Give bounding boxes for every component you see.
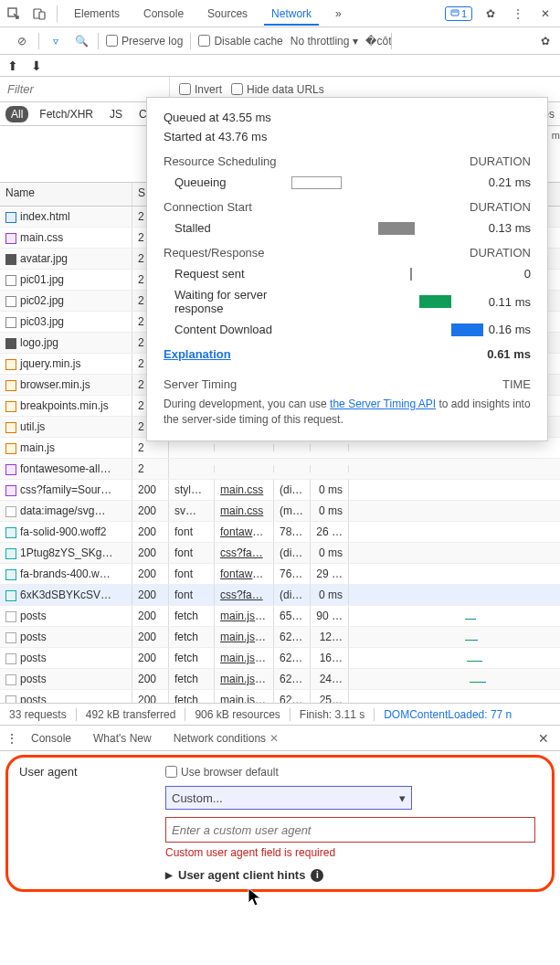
- drawer-kebab-icon[interactable]: ⋮: [5, 732, 18, 745]
- drawer-tab-whatsnew[interactable]: What's New: [84, 728, 161, 748]
- tabs-overflow[interactable]: »: [328, 2, 349, 26]
- chip-fetch-xhr[interactable]: Fetch/XHR: [34, 106, 99, 122]
- search-icon[interactable]: 🔍: [72, 35, 90, 48]
- time-cell: [311, 465, 349, 472]
- status-cell: 200: [132, 648, 169, 668]
- tab-console[interactable]: Console: [136, 2, 191, 26]
- network-toolbar2: ⬆ ⬇: [0, 55, 560, 77]
- table-row[interactable]: 6xK3dSBYKcSV…200fontcss?fa…(di…0 ms: [0, 585, 560, 606]
- initiator-cell[interactable]: fontawe…: [215, 522, 274, 542]
- table-row[interactable]: posts200fetchmain.js:2065…90 …: [0, 606, 560, 627]
- table-row[interactable]: 1Ptug8zYS_SKg…200fontcss?fa…(di…0 ms: [0, 543, 560, 564]
- file-name: data:image/svg…: [20, 504, 105, 517]
- table-row[interactable]: posts200fetchmain.js:2062…25…: [0, 690, 560, 704]
- user-agent-select[interactable]: Custom...▾: [165, 786, 412, 810]
- size-cell: [274, 444, 311, 451]
- info-icon: i: [311, 869, 323, 882]
- clear-icon[interactable]: ⊘: [13, 35, 31, 48]
- file-name: logo.jpg: [20, 336, 58, 349]
- kebab-icon[interactable]: ⋮: [509, 7, 527, 20]
- initiator-cell[interactable]: main.css: [215, 480, 274, 500]
- file-type-icon: [5, 317, 16, 328]
- table-row[interactable]: data:image/svg…200sv…main.css(m…0 ms: [0, 501, 560, 522]
- col-name[interactable]: Name: [0, 183, 132, 206]
- separator: [391, 33, 392, 49]
- file-name: main.js: [20, 441, 55, 454]
- file-name: posts: [20, 652, 47, 664]
- table-row[interactable]: fa-brands-400.w…200fontfontawe…76.…29 …: [0, 564, 560, 585]
- file-name: fa-solid-900.woff2: [20, 525, 107, 538]
- issues-badge[interactable]: 1: [445, 6, 472, 21]
- initiator-cell[interactable]: main.js:20: [215, 690, 274, 704]
- upload-har-icon[interactable]: ⬆: [7, 58, 18, 73]
- tab-elements[interactable]: Elements: [67, 2, 127, 26]
- throttling-value: No throttling: [291, 35, 350, 48]
- settings-gear-icon[interactable]: ✿: [536, 35, 555, 48]
- type-cell: font: [169, 543, 215, 563]
- use-browser-default-checkbox[interactable]: Use browser default: [165, 766, 279, 779]
- size-cell: (di…: [274, 543, 311, 563]
- size-cell: 78.…: [274, 522, 311, 542]
- waterfall-cell: [349, 465, 560, 472]
- download-har-icon[interactable]: ⬇: [31, 58, 42, 73]
- initiator-cell[interactable]: fontawe…: [215, 564, 274, 584]
- table-row[interactable]: posts200fetchmain.js:2062…12…: [0, 627, 560, 648]
- initiator-cell[interactable]: [215, 465, 274, 472]
- table-row[interactable]: fa-solid-900.woff2200fontfontawe…78.…26 …: [0, 522, 560, 543]
- svg-rect-2: [39, 12, 45, 19]
- initiator-cell[interactable]: main.js:20: [215, 627, 274, 647]
- close-devtools-icon[interactable]: ✕: [536, 7, 555, 20]
- preserve-log-checkbox[interactable]: Preserve log: [106, 35, 183, 48]
- separator: [190, 33, 191, 49]
- chip-all[interactable]: All: [5, 106, 28, 122]
- total-time: 0.61 ms: [487, 347, 531, 361]
- status-cell: 200: [132, 501, 169, 521]
- chip-js[interactable]: JS: [104, 106, 128, 122]
- type-cell: styl…: [169, 480, 215, 500]
- tab-sources[interactable]: Sources: [200, 2, 255, 26]
- table-row[interactable]: posts200fetchmain.js:2062…16…: [0, 648, 560, 669]
- table-row[interactable]: fontawesome-all…2: [0, 459, 560, 480]
- file-type-icon: [5, 485, 16, 496]
- table-row[interactable]: posts200fetchmain.js:2062…24…: [0, 669, 560, 690]
- stalled-value: 0.13 ms: [467, 221, 531, 235]
- waterfall-cell: [349, 549, 560, 557]
- invert-checkbox[interactable]: Invert: [179, 83, 222, 96]
- filter-input[interactable]: [0, 77, 169, 101]
- initiator-cell[interactable]: [215, 444, 274, 451]
- network-conditions-icon[interactable]: �côt: [365, 35, 384, 48]
- file-name: main.css: [20, 231, 63, 244]
- custom-user-agent-input[interactable]: [165, 817, 535, 843]
- initiator-cell[interactable]: main.js:20: [215, 606, 274, 626]
- use-browser-default-label: Use browser default: [181, 766, 279, 779]
- inspect-icon[interactable]: [5, 7, 22, 20]
- drawer-tab-network-conditions[interactable]: Network conditions✕: [164, 728, 288, 748]
- drawer-tab-console[interactable]: Console: [22, 728, 80, 748]
- initiator-cell[interactable]: main.css: [215, 501, 274, 521]
- file-type-icon: [5, 443, 16, 454]
- stalled-label: Stalled: [164, 221, 291, 235]
- device-toggle-icon[interactable]: [31, 7, 48, 20]
- filter-icon[interactable]: ▿: [47, 35, 65, 48]
- hide-data-urls-checkbox[interactable]: Hide data URLs: [231, 83, 324, 96]
- file-name: css?family=Sour…: [20, 483, 111, 496]
- settings-icon[interactable]: ✿: [481, 7, 500, 20]
- section-server-timing: Server Timing: [164, 377, 237, 391]
- initiator-cell[interactable]: main.js:20: [215, 648, 274, 668]
- server-timing-api-link[interactable]: the Server Timing API: [330, 398, 436, 410]
- disable-cache-checkbox[interactable]: Disable cache: [198, 35, 282, 48]
- initiator-cell[interactable]: css?fa…: [215, 543, 274, 563]
- close-drawer-icon[interactable]: ✕: [533, 731, 555, 746]
- table-row[interactable]: css?family=Sour…200styl…main.css(di…0 ms: [0, 480, 560, 501]
- tab-network[interactable]: Network: [264, 2, 319, 26]
- initiator-cell[interactable]: main.js:20: [215, 669, 274, 689]
- status-cell: 200: [132, 606, 169, 626]
- invert-label: Invert: [195, 83, 222, 96]
- file-type-icon: [5, 296, 16, 307]
- explanation-link[interactable]: Explanation: [164, 347, 231, 361]
- close-tab-icon[interactable]: ✕: [269, 732, 279, 745]
- throttling-select[interactable]: No throttling▾: [291, 35, 359, 48]
- initiator-cell[interactable]: css?fa…: [215, 585, 274, 605]
- user-agent-client-hints-toggle[interactable]: ▶User agent client hintsi: [165, 868, 541, 882]
- size-cell: [274, 465, 311, 472]
